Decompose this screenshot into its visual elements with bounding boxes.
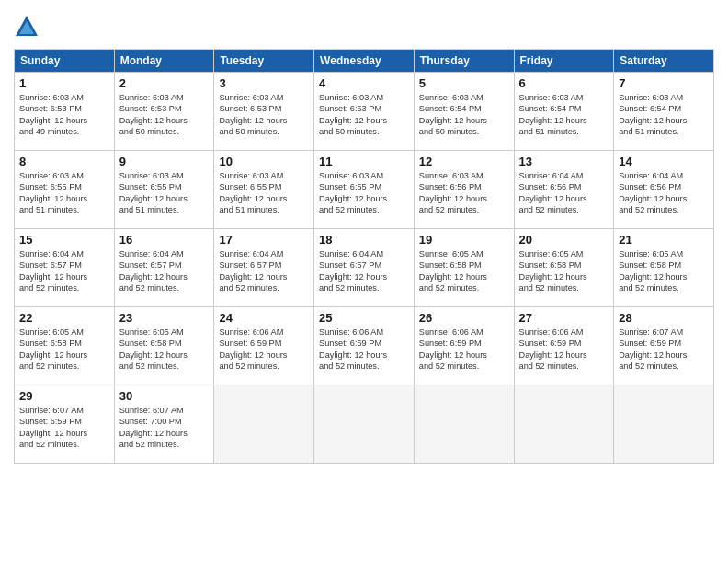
calendar-week-row: 29Sunrise: 6:07 AM Sunset: 6:59 PM Dayli… bbox=[15, 385, 714, 464]
day-number: 28 bbox=[619, 311, 709, 325]
day-info: Sunrise: 6:04 AM Sunset: 6:56 PM Dayligh… bbox=[619, 170, 709, 216]
calendar-week-row: 22Sunrise: 6:05 AM Sunset: 6:58 PM Dayli… bbox=[15, 307, 714, 385]
day-info: Sunrise: 6:04 AM Sunset: 6:56 PM Dayligh… bbox=[519, 170, 609, 216]
day-number: 4 bbox=[319, 76, 409, 90]
calendar-day-cell: 19Sunrise: 6:05 AM Sunset: 6:58 PM Dayli… bbox=[414, 229, 514, 307]
calendar-day-cell: 30Sunrise: 6:07 AM Sunset: 7:00 PM Dayli… bbox=[114, 385, 214, 464]
calendar-day-cell bbox=[614, 385, 714, 464]
day-number: 10 bbox=[219, 155, 309, 168]
page-header bbox=[14, 14, 714, 40]
calendar-day-cell: 7Sunrise: 6:03 AM Sunset: 6:54 PM Daylig… bbox=[614, 73, 714, 151]
day-info: Sunrise: 6:06 AM Sunset: 6:59 PM Dayligh… bbox=[219, 327, 309, 373]
calendar-table: SundayMondayTuesdayWednesdayThursdayFrid… bbox=[14, 49, 714, 464]
day-info: Sunrise: 6:03 AM Sunset: 6:55 PM Dayligh… bbox=[219, 170, 309, 216]
day-number: 26 bbox=[419, 311, 509, 325]
day-info: Sunrise: 6:05 AM Sunset: 6:58 PM Dayligh… bbox=[119, 327, 210, 373]
calendar-day-cell bbox=[514, 385, 614, 464]
day-number: 22 bbox=[19, 311, 109, 325]
day-number: 9 bbox=[119, 155, 210, 168]
weekday-header-cell: Friday bbox=[514, 50, 614, 73]
day-number: 24 bbox=[219, 311, 309, 325]
calendar-day-cell: 4Sunrise: 6:03 AM Sunset: 6:53 PM Daylig… bbox=[314, 73, 415, 151]
calendar-day-cell: 21Sunrise: 6:05 AM Sunset: 6:58 PM Dayli… bbox=[614, 229, 714, 307]
day-info: Sunrise: 6:04 AM Sunset: 6:57 PM Dayligh… bbox=[119, 248, 210, 294]
day-info: Sunrise: 6:03 AM Sunset: 6:53 PM Dayligh… bbox=[219, 92, 309, 138]
calendar-day-cell bbox=[314, 385, 415, 464]
day-number: 13 bbox=[519, 155, 609, 168]
calendar-day-cell: 27Sunrise: 6:06 AM Sunset: 6:59 PM Dayli… bbox=[514, 307, 614, 385]
calendar-day-cell: 28Sunrise: 6:07 AM Sunset: 6:59 PM Dayli… bbox=[614, 307, 714, 385]
calendar-day-cell: 24Sunrise: 6:06 AM Sunset: 6:59 PM Dayli… bbox=[214, 307, 314, 385]
logo bbox=[14, 14, 43, 40]
calendar-day-cell: 22Sunrise: 6:05 AM Sunset: 6:58 PM Dayli… bbox=[15, 307, 115, 385]
weekday-header-cell: Wednesday bbox=[314, 50, 415, 73]
day-number: 20 bbox=[519, 233, 609, 247]
day-info: Sunrise: 6:07 AM Sunset: 6:59 PM Dayligh… bbox=[19, 405, 109, 451]
calendar-body: 1Sunrise: 6:03 AM Sunset: 6:53 PM Daylig… bbox=[15, 73, 714, 464]
day-number: 12 bbox=[419, 155, 509, 168]
weekday-header-cell: Monday bbox=[114, 50, 214, 73]
calendar-day-cell: 2Sunrise: 6:03 AM Sunset: 6:53 PM Daylig… bbox=[114, 73, 214, 151]
calendar-day-cell: 15Sunrise: 6:04 AM Sunset: 6:57 PM Dayli… bbox=[15, 229, 115, 307]
weekday-header-cell: Saturday bbox=[614, 50, 714, 73]
day-info: Sunrise: 6:03 AM Sunset: 6:55 PM Dayligh… bbox=[19, 170, 109, 216]
day-number: 1 bbox=[19, 76, 109, 90]
day-number: 27 bbox=[519, 311, 609, 325]
calendar-day-cell: 20Sunrise: 6:05 AM Sunset: 6:58 PM Dayli… bbox=[514, 229, 614, 307]
calendar-day-cell bbox=[214, 385, 314, 464]
day-info: Sunrise: 6:05 AM Sunset: 6:58 PM Dayligh… bbox=[519, 248, 609, 294]
calendar-day-cell: 23Sunrise: 6:05 AM Sunset: 6:58 PM Dayli… bbox=[114, 307, 214, 385]
calendar-day-cell: 18Sunrise: 6:04 AM Sunset: 6:57 PM Dayli… bbox=[314, 229, 415, 307]
day-info: Sunrise: 6:03 AM Sunset: 6:54 PM Dayligh… bbox=[619, 92, 709, 138]
day-number: 7 bbox=[619, 76, 709, 90]
calendar-day-cell: 26Sunrise: 6:06 AM Sunset: 6:59 PM Dayli… bbox=[414, 307, 514, 385]
day-number: 18 bbox=[319, 233, 409, 247]
day-info: Sunrise: 6:06 AM Sunset: 6:59 PM Dayligh… bbox=[319, 327, 409, 373]
calendar-day-cell: 12Sunrise: 6:03 AM Sunset: 6:56 PM Dayli… bbox=[414, 151, 514, 229]
day-number: 2 bbox=[119, 76, 210, 90]
calendar-day-cell: 13Sunrise: 6:04 AM Sunset: 6:56 PM Dayli… bbox=[514, 151, 614, 229]
day-number: 11 bbox=[319, 155, 409, 168]
calendar-week-row: 15Sunrise: 6:04 AM Sunset: 6:57 PM Dayli… bbox=[15, 229, 714, 307]
day-number: 16 bbox=[119, 233, 210, 247]
calendar-day-cell: 10Sunrise: 6:03 AM Sunset: 6:55 PM Dayli… bbox=[214, 151, 314, 229]
calendar-day-cell: 8Sunrise: 6:03 AM Sunset: 6:55 PM Daylig… bbox=[15, 151, 115, 229]
day-info: Sunrise: 6:03 AM Sunset: 6:55 PM Dayligh… bbox=[319, 170, 409, 216]
calendar-day-cell: 11Sunrise: 6:03 AM Sunset: 6:55 PM Dayli… bbox=[314, 151, 415, 229]
day-number: 6 bbox=[519, 76, 609, 90]
day-number: 15 bbox=[19, 233, 109, 247]
day-info: Sunrise: 6:04 AM Sunset: 6:57 PM Dayligh… bbox=[319, 248, 409, 294]
day-number: 17 bbox=[219, 233, 309, 247]
calendar-week-row: 8Sunrise: 6:03 AM Sunset: 6:55 PM Daylig… bbox=[15, 151, 714, 229]
calendar-day-cell: 6Sunrise: 6:03 AM Sunset: 6:54 PM Daylig… bbox=[514, 73, 614, 151]
day-number: 30 bbox=[119, 389, 210, 403]
calendar-day-cell: 3Sunrise: 6:03 AM Sunset: 6:53 PM Daylig… bbox=[214, 73, 314, 151]
day-info: Sunrise: 6:03 AM Sunset: 6:53 PM Dayligh… bbox=[119, 92, 210, 138]
calendar-day-cell bbox=[414, 385, 514, 464]
day-number: 21 bbox=[619, 233, 709, 247]
weekday-header-row: SundayMondayTuesdayWednesdayThursdayFrid… bbox=[15, 50, 714, 73]
day-number: 5 bbox=[419, 76, 509, 90]
day-info: Sunrise: 6:06 AM Sunset: 6:59 PM Dayligh… bbox=[519, 327, 609, 373]
day-number: 29 bbox=[19, 389, 109, 403]
day-info: Sunrise: 6:03 AM Sunset: 6:53 PM Dayligh… bbox=[19, 92, 109, 138]
day-info: Sunrise: 6:03 AM Sunset: 6:53 PM Dayligh… bbox=[319, 92, 409, 138]
logo-icon bbox=[14, 14, 40, 40]
day-number: 19 bbox=[419, 233, 509, 247]
day-number: 8 bbox=[19, 155, 109, 168]
day-info: Sunrise: 6:03 AM Sunset: 6:54 PM Dayligh… bbox=[419, 92, 509, 138]
day-info: Sunrise: 6:03 AM Sunset: 6:54 PM Dayligh… bbox=[519, 92, 609, 138]
calendar-day-cell: 9Sunrise: 6:03 AM Sunset: 6:55 PM Daylig… bbox=[114, 151, 214, 229]
calendar-day-cell: 25Sunrise: 6:06 AM Sunset: 6:59 PM Dayli… bbox=[314, 307, 415, 385]
calendar-day-cell: 1Sunrise: 6:03 AM Sunset: 6:53 PM Daylig… bbox=[15, 73, 115, 151]
day-info: Sunrise: 6:05 AM Sunset: 6:58 PM Dayligh… bbox=[19, 327, 109, 373]
calendar-day-cell: 14Sunrise: 6:04 AM Sunset: 6:56 PM Dayli… bbox=[614, 151, 714, 229]
day-info: Sunrise: 6:03 AM Sunset: 6:55 PM Dayligh… bbox=[119, 170, 210, 216]
weekday-header-cell: Sunday bbox=[15, 50, 115, 73]
day-info: Sunrise: 6:03 AM Sunset: 6:56 PM Dayligh… bbox=[419, 170, 509, 216]
day-info: Sunrise: 6:06 AM Sunset: 6:59 PM Dayligh… bbox=[419, 327, 509, 373]
day-info: Sunrise: 6:04 AM Sunset: 6:57 PM Dayligh… bbox=[219, 248, 309, 294]
day-info: Sunrise: 6:05 AM Sunset: 6:58 PM Dayligh… bbox=[419, 248, 509, 294]
calendar-week-row: 1Sunrise: 6:03 AM Sunset: 6:53 PM Daylig… bbox=[15, 73, 714, 151]
calendar-day-cell: 5Sunrise: 6:03 AM Sunset: 6:54 PM Daylig… bbox=[414, 73, 514, 151]
